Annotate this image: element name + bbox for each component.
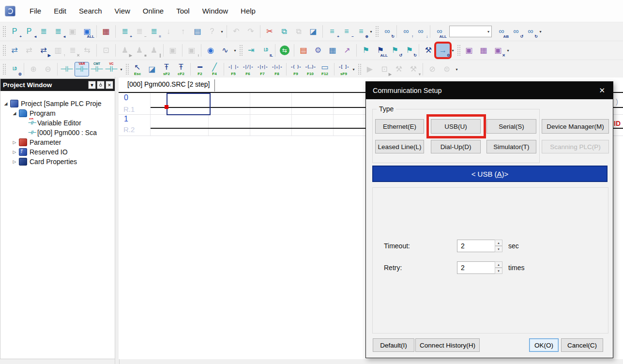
hammer-icon[interactable]: ⚒ <box>392 62 406 76</box>
bookmark-previous-icon[interactable]: ⚑↺ <box>388 44 402 57</box>
tree-item-reserved[interactable]: ▷!Reserved IO <box>0 147 115 157</box>
run-icon[interactable]: ▶ <box>363 62 377 76</box>
panel-menu-icon[interactable]: ▼ <box>88 81 96 89</box>
panel-pin-icon[interactable]: ⚲ <box>97 81 105 89</box>
upload-icon[interactable]: ↑ <box>176 25 190 38</box>
online-run-icon[interactable]: ⇄▶ <box>37 44 50 57</box>
menu-file[interactable]: File <box>23 5 47 17</box>
menu-view[interactable]: View <box>108 5 137 17</box>
menu-online[interactable]: Online <box>137 5 170 17</box>
cascade-windows-icon[interactable]: ▦ <box>477 44 490 57</box>
document-list-icon[interactable]: ≣≡ <box>147 25 161 38</box>
export-icon[interactable]: ⇥ <box>244 44 258 57</box>
monitor-icon[interactable]: ⊡ <box>99 44 113 57</box>
toolbar-grip[interactable] <box>358 63 361 75</box>
menu-tool[interactable]: Tool <box>170 5 196 17</box>
contact-vc-icon-dropdown[interactable]: ▾ <box>119 62 124 76</box>
remove-document-icon[interactable]: ≣− <box>133 25 146 38</box>
grid-view-icon[interactable]: ▦ <box>99 25 113 38</box>
spinner-up-icon[interactable]: ▲ <box>495 261 502 268</box>
sf9-box-icon[interactable]: -[ ]-sF9 <box>337 62 350 76</box>
tree-expander-icon[interactable]: ▷ <box>11 159 18 164</box>
contact-cmt-icon[interactable]: CMT⊣⊢ <box>90 62 104 76</box>
ld-il-convert-icon[interactable]: LDIL <box>259 44 273 57</box>
new-window-icon[interactable]: ▣ <box>462 44 476 57</box>
download-icon[interactable]: ↓ <box>162 25 175 38</box>
save-icon[interactable]: ▣ <box>66 25 79 38</box>
spinner-up-icon[interactable]: ▲ <box>495 240 502 246</box>
serial-button[interactable]: Serial(S) <box>486 119 536 134</box>
toolbar-grip[interactable] <box>239 45 243 56</box>
online-connect-icon[interactable]: ⇄ <box>8 44 21 57</box>
usb-action-button[interactable]: < USB (A)> <box>372 166 608 182</box>
new-project-icon[interactable]: P+ <box>8 25 21 38</box>
open-document-icon[interactable]: ≣◂ <box>51 25 65 38</box>
insert-rows-icon[interactable]: ≡⊕ <box>354 25 368 38</box>
search-next-icon[interactable]: ∞↻ <box>524 25 537 38</box>
cut-icon[interactable]: ✂ <box>263 25 276 38</box>
connect-history-button[interactable]: Connect History(H) <box>415 338 480 352</box>
insert-rows-icon-dropdown[interactable]: ▾ <box>368 25 374 38</box>
chart-icon[interactable]: ↗ <box>340 44 354 57</box>
contact-var-icon[interactable]: VAR⊣⊢ <box>75 62 89 76</box>
disable-contact-alt-icon[interactable]: ⊜ <box>440 62 454 76</box>
dial-up-button[interactable]: Dial-Up(D) <box>431 140 481 153</box>
redo-icon[interactable]: ↷ <box>244 25 258 38</box>
toolbar-grip[interactable] <box>2 63 6 75</box>
dialog-titlebar[interactable]: Communication Setup ✕ <box>366 82 613 99</box>
device-list-icon[interactable]: ▤ <box>297 44 310 57</box>
escape-pointer-icon[interactable]: ↖Esc <box>131 62 144 76</box>
spinner-down-icon[interactable]: ▼ <box>495 246 502 252</box>
search-all-icon[interactable]: ∞ALL <box>433 25 446 38</box>
eraser-icon[interactable]: ◪ <box>145 62 159 76</box>
editor-tab[interactable]: [000] Pgm000.SRC [2 step] <box>127 80 210 88</box>
bookmark-all-icon[interactable]: ⚑ALL <box>374 44 387 57</box>
device-manager-button[interactable]: Device Manager(M) <box>542 119 609 134</box>
toolbar-grip[interactable] <box>2 26 6 37</box>
project-window-titlebar[interactable]: Project Window ▼⚲✕ <box>0 79 115 91</box>
tree-item-card[interactable]: ▷Card Properties <box>0 157 115 167</box>
swap-icon[interactable]: ⇆ <box>80 44 94 57</box>
status-monitor-icon-dropdown[interactable]: ▾ <box>232 44 238 57</box>
leased-line-button[interactable]: Leased Line(L) <box>375 140 424 153</box>
pause-mode-icon[interactable]: ♟∥ <box>147 44 161 57</box>
bookmark-next-icon[interactable]: ⚑↻ <box>403 44 416 57</box>
disable-contact-alt-icon-dropdown[interactable]: ▾ <box>454 62 459 76</box>
menu-window[interactable]: Window <box>196 5 234 17</box>
replace-icon[interactable]: ∞AB <box>495 25 508 38</box>
delete-block-icon[interactable]: ◪ <box>306 25 320 38</box>
search-up-icon[interactable]: ∞↑ <box>399 25 413 38</box>
ld-settings-icon[interactable]: LD⚙ <box>8 62 21 76</box>
contact-icon[interactable]: ⊣⊢ <box>60 62 74 76</box>
communication-setup-icon-dropdown[interactable]: ▾ <box>450 44 456 57</box>
ethernet-button[interactable]: Ethernet(E) <box>375 119 424 134</box>
f5-contact-icon[interactable]: -| |-F5 <box>227 62 240 76</box>
f8-falling-contact-icon[interactable]: -|↓|-F8 <box>270 62 284 76</box>
toolbar-grip[interactable] <box>375 26 379 37</box>
plc-clear-icon[interactable]: ≣✕ <box>66 44 79 57</box>
insert-row-icon[interactable]: ≡+ <box>325 25 339 38</box>
timeout-input[interactable] <box>457 240 495 252</box>
zoom-out-icon[interactable]: ⊖ <box>41 62 55 76</box>
menu-help[interactable]: Help <box>234 5 262 17</box>
new-document-icon[interactable]: ≣ <box>37 25 50 38</box>
menu-edit[interactable]: Edit <box>47 5 73 17</box>
add-document-icon[interactable]: ≣+ <box>118 25 132 38</box>
open-project-icon[interactable]: P◂ <box>22 25 36 38</box>
copy-icon[interactable]: ⧉ <box>277 25 291 38</box>
sf9-box-icon-dropdown[interactable]: ▾ <box>351 62 356 76</box>
search-next-icon-dropdown[interactable]: ▾ <box>538 25 543 38</box>
tree-item-project[interactable]: ◢Project [Sample PLC Proje <box>0 99 115 108</box>
toolbar-grip[interactable] <box>2 45 6 56</box>
help-icon-dropdown[interactable]: ▾ <box>219 25 225 38</box>
menu-search[interactable]: Search <box>73 5 108 17</box>
search-combobox[interactable]: ▾ <box>449 26 492 37</box>
toolbar-grip[interactable] <box>125 63 129 75</box>
dropdown-icon[interactable]: ▾ <box>486 30 491 34</box>
contact-vc-icon[interactable]: VC⊣⊢ <box>105 62 118 76</box>
cf2-tool-icon[interactable]: ŦcF2 <box>174 62 188 76</box>
gear-icon[interactable]: ⚙ <box>311 44 325 57</box>
tree-item-program[interactable]: ◢Program <box>0 108 115 118</box>
cancel-button[interactable]: Cancel(C) <box>561 338 603 352</box>
undo-icon[interactable]: ↶ <box>229 25 243 38</box>
